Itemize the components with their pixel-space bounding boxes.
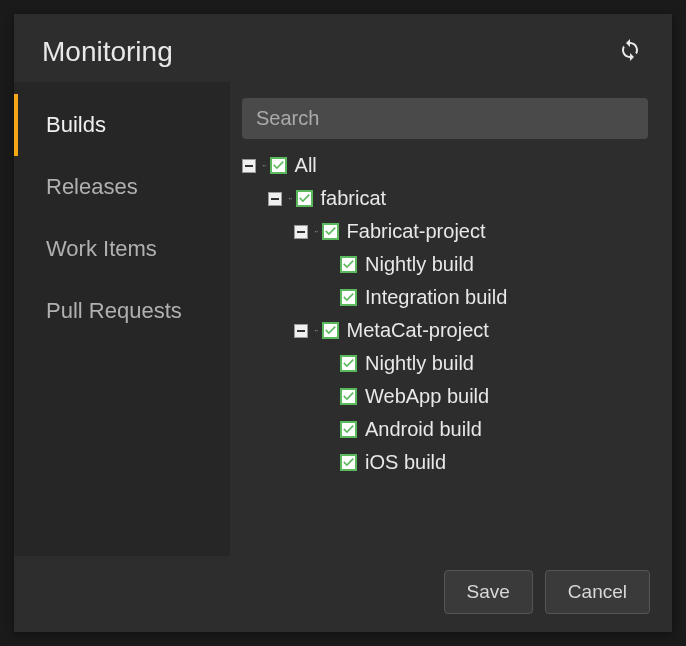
tree-connector: ··	[314, 325, 318, 336]
checkbox[interactable]	[340, 289, 357, 306]
tree-node-label[interactable]: Nightly build	[365, 352, 474, 375]
sidebar-item-label: Releases	[46, 174, 138, 199]
sidebar: Builds Releases Work Items Pull Requests	[14, 82, 230, 556]
tree-connector: ··	[288, 193, 292, 204]
tree-children: ··Fabricat-projectNightly buildIntegrati…	[268, 215, 648, 479]
tree-node: ··All	[242, 149, 648, 182]
checkbox[interactable]	[322, 322, 339, 339]
collapse-icon[interactable]	[268, 192, 282, 206]
tree-children: ··fabricat··Fabricat-projectNightly buil…	[242, 182, 648, 479]
tree-node-label[interactable]: fabricat	[321, 187, 387, 210]
cancel-button[interactable]: Cancel	[545, 570, 650, 614]
panel-body: Builds Releases Work Items Pull Requests…	[14, 82, 672, 556]
tree-node: ··Fabricat-project	[294, 215, 648, 248]
tree-node: ··MetaCat-project	[294, 314, 648, 347]
sidebar-item-pull-requests[interactable]: Pull Requests	[14, 280, 230, 342]
collapse-icon[interactable]	[294, 225, 308, 239]
refresh-icon[interactable]	[612, 32, 648, 72]
monitoring-panel: Monitoring Builds Releases Work Items Pu…	[14, 14, 672, 632]
sidebar-item-label: Builds	[46, 112, 106, 137]
tree-connector: ··	[262, 160, 266, 171]
tree-node: Nightly build	[320, 347, 648, 380]
checkbox[interactable]	[270, 157, 287, 174]
save-button[interactable]: Save	[444, 570, 533, 614]
checkbox[interactable]	[340, 355, 357, 372]
sidebar-item-label: Work Items	[46, 236, 157, 261]
collapse-icon[interactable]	[294, 324, 308, 338]
sidebar-item-label: Pull Requests	[46, 298, 182, 323]
tree-node-label[interactable]: All	[295, 154, 317, 177]
panel-footer: Save Cancel	[14, 556, 672, 632]
checkbox[interactable]	[340, 421, 357, 438]
sidebar-item-work-items[interactable]: Work Items	[14, 218, 230, 280]
checkbox[interactable]	[322, 223, 339, 240]
tree-children: Nightly buildIntegration build	[294, 248, 648, 314]
page-title: Monitoring	[42, 36, 173, 68]
tree-node: Integration build	[320, 281, 648, 314]
tree-node-label[interactable]: Nightly build	[365, 253, 474, 276]
checkbox[interactable]	[340, 454, 357, 471]
tree-node: ··fabricat	[268, 182, 648, 215]
tree-node-label[interactable]: Android build	[365, 418, 482, 441]
tree-node: iOS build	[320, 446, 648, 479]
sidebar-item-releases[interactable]: Releases	[14, 156, 230, 218]
tree-connector: ··	[314, 226, 318, 237]
tree-node-label[interactable]: iOS build	[365, 451, 446, 474]
checkbox[interactable]	[340, 256, 357, 273]
tree-node-label[interactable]: Integration build	[365, 286, 507, 309]
main-content: ··All··fabricat··Fabricat-projectNightly…	[230, 82, 672, 556]
panel-header: Monitoring	[14, 14, 672, 82]
tree-node-label[interactable]: Fabricat-project	[347, 220, 486, 243]
tree-node-label[interactable]: MetaCat-project	[347, 319, 489, 342]
tree-node: Nightly build	[320, 248, 648, 281]
checkbox[interactable]	[296, 190, 313, 207]
tree-children: Nightly buildWebApp buildAndroid buildiO…	[294, 347, 648, 479]
tree-node: WebApp build	[320, 380, 648, 413]
tree-node-label[interactable]: WebApp build	[365, 385, 489, 408]
build-tree: ··All··fabricat··Fabricat-projectNightly…	[242, 149, 648, 479]
sidebar-item-builds[interactable]: Builds	[14, 94, 230, 156]
search-input[interactable]	[242, 98, 648, 139]
collapse-icon[interactable]	[242, 159, 256, 173]
tree-node: Android build	[320, 413, 648, 446]
checkbox[interactable]	[340, 388, 357, 405]
